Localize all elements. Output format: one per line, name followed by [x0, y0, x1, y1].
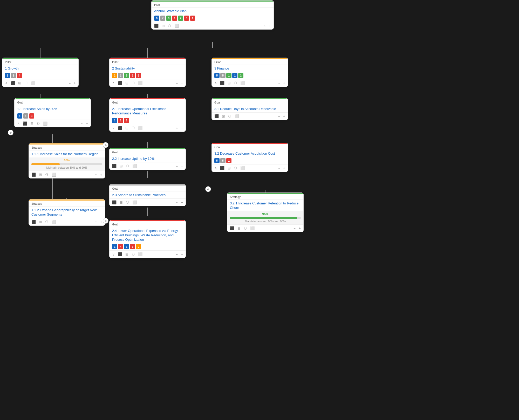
g32-link[interactable]: ⌁ — [277, 166, 281, 171]
g11-add[interactable]: + — [85, 121, 88, 126]
p3-link[interactable]: ⌁ — [277, 80, 281, 86]
link-icon[interactable]: ⌁ — [263, 23, 266, 28]
p1-people[interactable]: ⚇ — [24, 80, 28, 86]
g31-add[interactable]: + — [283, 114, 286, 119]
g21-collapse[interactable]: ∨ — [112, 125, 115, 130]
g11-bar[interactable]: ⬛ — [22, 121, 28, 126]
g23-cal[interactable]: ⊞ — [119, 200, 123, 205]
g23-bar[interactable]: ⬛ — [112, 200, 117, 205]
chat-icon[interactable]: ⬜ — [174, 23, 179, 28]
g24-link[interactable]: ⌁ — [175, 252, 178, 257]
g21-badge-1: 1 — [112, 118, 117, 123]
s321-add[interactable]: + — [298, 226, 301, 231]
s111-cal[interactable]: ⊞ — [38, 172, 43, 177]
g31-chat[interactable]: ⬜ — [234, 114, 240, 119]
g31-people[interactable]: ⚇ — [228, 114, 232, 119]
p2-people[interactable]: ⚇ — [131, 80, 135, 86]
g21-add[interactable]: + — [180, 125, 183, 130]
people-icon[interactable]: ⚇ — [167, 23, 172, 28]
s111-bar[interactable]: ⬛ — [31, 172, 36, 177]
s111-people[interactable]: ⚇ — [45, 172, 49, 177]
g11-link[interactable]: ⌁ — [80, 121, 83, 126]
s111-add[interactable]: + — [100, 172, 103, 177]
p3-add[interactable]: + — [283, 80, 286, 86]
g24-add[interactable]: + — [180, 252, 183, 257]
main-canvas: Plan Annual Strategic Plan 6 7 6 1 2 6 1… — [0, 0, 519, 420]
g21-link[interactable]: ⌁ — [175, 125, 178, 130]
g21-people[interactable]: ⚇ — [131, 125, 135, 130]
g32-cal[interactable]: ⊞ — [227, 166, 231, 171]
p1-link[interactable]: ⌁ — [68, 80, 71, 86]
s321-cal[interactable]: ⊞ — [237, 226, 241, 231]
g24-people[interactable]: ⚇ — [131, 252, 135, 257]
p2-badge-5: 1 — [136, 73, 141, 78]
add-button[interactable]: + — [268, 23, 271, 28]
collapse-g32-strategies[interactable]: ⊗ — [205, 186, 211, 192]
g31-bar[interactable]: ⬛ — [214, 114, 219, 119]
p2-bar[interactable]: ⬛ — [117, 80, 123, 86]
s112-link[interactable]: ⌁ — [94, 219, 98, 224]
s111-chat[interactable]: ⬜ — [51, 172, 57, 177]
g22-link[interactable]: ⌁ — [175, 163, 178, 169]
g23-chat[interactable]: ⬜ — [132, 200, 137, 205]
calendar-icon[interactable]: ⊞ — [161, 23, 165, 28]
p3-collapse[interactable]: ∧ — [214, 80, 217, 86]
g32-chat[interactable]: ⬜ — [240, 166, 245, 171]
p2-collapse[interactable]: ∧ — [112, 80, 115, 86]
g23-people[interactable]: ⚇ — [125, 200, 130, 205]
expand-g21-g22[interactable]: ⊕ — [103, 142, 108, 148]
bar-chart-icon[interactable]: ⬛ — [154, 23, 159, 28]
p2-link[interactable]: ⌁ — [175, 80, 178, 86]
g22-bar[interactable]: ⬛ — [112, 163, 117, 169]
g22-add[interactable]: + — [180, 163, 183, 169]
p1-cal[interactable]: ⊞ — [18, 80, 22, 86]
s112-cal[interactable]: ⊞ — [38, 219, 43, 224]
p1-collapse[interactable]: ∧ — [4, 80, 8, 86]
g22-chat[interactable]: ⬜ — [132, 163, 137, 169]
p1-add[interactable]: + — [73, 80, 76, 86]
s111-link[interactable]: ⌁ — [94, 172, 98, 177]
p2-add[interactable]: + — [180, 80, 183, 86]
g11-cal[interactable]: ⊞ — [30, 121, 34, 126]
p2-cal[interactable]: ⊞ — [125, 80, 129, 86]
g24-bar[interactable]: ⬛ — [117, 252, 123, 257]
g22-cal[interactable]: ⊞ — [119, 163, 123, 169]
g32-add[interactable]: + — [283, 166, 286, 171]
g21-bar[interactable]: ⬛ — [117, 125, 123, 130]
p2-chat[interactable]: ⬜ — [138, 80, 143, 86]
p3-cal[interactable]: ⊞ — [227, 80, 231, 86]
p1-chat[interactable]: ⬜ — [30, 80, 36, 86]
plan-type: Plan — [154, 3, 160, 6]
s321-bar[interactable]: ⬛ — [229, 226, 235, 231]
s321-link[interactable]: ⌁ — [293, 226, 296, 231]
p3-bar[interactable]: ⬛ — [220, 80, 225, 86]
s321-chat[interactable]: ⬜ — [250, 226, 255, 231]
g23-add[interactable]: + — [180, 200, 183, 205]
g24-cal[interactable]: ⊞ — [125, 252, 129, 257]
s112-chat[interactable]: ⬜ — [51, 219, 57, 224]
g11-people[interactable]: ⚇ — [36, 121, 40, 126]
s321-people[interactable]: ⚇ — [243, 226, 248, 231]
g22-people[interactable]: ⚇ — [125, 163, 130, 169]
p3-people[interactable]: ⚇ — [233, 80, 238, 86]
p1-bar[interactable]: ⬛ — [10, 80, 16, 86]
s112-people[interactable]: ⚇ — [45, 219, 49, 224]
s112-add[interactable]: + — [100, 219, 103, 224]
plan-card: Plan Annual Strategic Plan 6 7 6 1 2 6 1… — [151, 0, 274, 30]
p3-chat[interactable]: ⬜ — [240, 80, 245, 86]
s112-bar[interactable]: ⬛ — [31, 219, 36, 224]
collapse-g11-strategies[interactable]: ⊗ — [8, 130, 13, 135]
g32-collapse[interactable]: ∧ — [214, 166, 217, 171]
g31-link[interactable]: ⌁ — [277, 114, 281, 119]
g21-chat[interactable]: ⬜ — [138, 125, 143, 130]
expand-g23-g24[interactable]: ⊕ — [103, 218, 108, 224]
g11-collapse[interactable]: ∧ — [17, 121, 20, 126]
g24-chat[interactable]: ⬜ — [138, 252, 143, 257]
g32-people[interactable]: ⚇ — [233, 166, 238, 171]
g21-cal[interactable]: ⊞ — [125, 125, 129, 130]
g24-collapse[interactable]: ∨ — [112, 252, 115, 257]
g23-link[interactable]: ⌁ — [175, 200, 178, 205]
g32-bar[interactable]: ⬛ — [220, 166, 225, 171]
g11-chat[interactable]: ⬜ — [43, 121, 48, 126]
g31-cal[interactable]: ⊞ — [221, 114, 226, 119]
